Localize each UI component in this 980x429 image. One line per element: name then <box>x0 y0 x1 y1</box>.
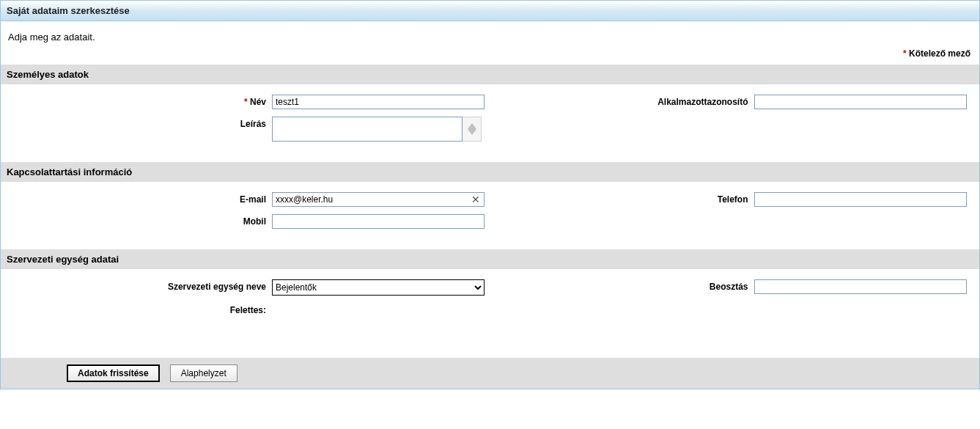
row-description: Leírás <box>8 117 490 142</box>
unit-wrap: Bejelentők <box>272 279 485 296</box>
chevron-down-icon <box>468 129 476 135</box>
row-mobile: Mobil <box>8 214 490 229</box>
manager-label: Felettes: <box>8 303 272 315</box>
textarea-scroll[interactable] <box>463 117 482 142</box>
section-contact-header: Kapcsolattartási információ <box>1 162 979 182</box>
employee-id-input[interactable] <box>754 95 967 109</box>
button-bar: Adatok frissítése Alaphelyzet <box>1 358 979 389</box>
col-right: Beosztás <box>490 279 973 323</box>
row-email: E-mail ✕ <box>8 192 490 207</box>
row-phone: Telefon <box>490 192 973 207</box>
col-left: E-mail ✕ Mobil <box>8 192 490 236</box>
name-input-wrap <box>272 95 485 109</box>
section-org-header: Szervezeti egység adatai <box>1 249 979 269</box>
mobile-input[interactable] <box>272 214 485 229</box>
name-label-text: Név <box>250 97 266 107</box>
phone-label: Telefon <box>490 192 754 205</box>
row-employee-id: Alkalmazottazonosító <box>490 95 973 109</box>
phone-input[interactable] <box>754 192 967 207</box>
col-right: Telefon <box>490 192 973 236</box>
reset-button[interactable]: Alaphelyzet <box>170 364 237 382</box>
panel-title: Saját adataim szerkesztése <box>1 1 979 21</box>
update-button[interactable]: Adatok frissítése <box>67 364 160 382</box>
row-role: Beosztás <box>490 279 973 294</box>
role-wrap <box>754 279 967 294</box>
required-note: * Kötelező mező <box>1 43 979 65</box>
employee-id-label: Alkalmazottazonosító <box>490 95 754 107</box>
description-textarea[interactable] <box>272 117 463 142</box>
col-left: * Név Leírás <box>8 95 490 149</box>
chevron-up-icon <box>468 123 476 129</box>
mobile-wrap <box>272 214 485 229</box>
spacer <box>1 336 979 358</box>
row-manager: Felettes: <box>8 303 490 315</box>
required-note-label: Kötelező mező <box>909 48 970 59</box>
role-label: Beosztás <box>490 279 754 292</box>
description-label: Leírás <box>8 117 272 129</box>
instruction-text: Adja meg az adatait. <box>1 21 979 43</box>
email-input[interactable] <box>272 192 485 207</box>
section-org-body: Szervezeti egység neve Bejelentők Felett… <box>1 269 979 336</box>
asterisk-icon: * <box>244 97 248 107</box>
section-contact-body: E-mail ✕ Mobil Telefon <box>1 182 979 249</box>
role-input[interactable] <box>754 279 967 294</box>
section-personal-header: Személyes adatok <box>1 65 979 84</box>
email-wrap: ✕ <box>272 192 485 207</box>
name-input[interactable] <box>272 95 485 109</box>
row-name: * Név <box>8 95 490 109</box>
col-right: Alkalmazottazonosító <box>490 95 973 149</box>
asterisk-icon: * <box>903 48 907 59</box>
row-unit: Szervezeti egység neve Bejelentők <box>8 279 490 296</box>
col-left: Szervezeti egység neve Bejelentők Felett… <box>8 279 490 323</box>
section-personal-body: * Név Leírás Alkalmaz <box>1 84 979 162</box>
email-label: E-mail <box>8 192 272 205</box>
phone-wrap <box>754 192 967 207</box>
mobile-label: Mobil <box>8 214 272 227</box>
name-label: * Név <box>8 95 272 107</box>
unit-label: Szervezeti egység neve <box>8 279 272 292</box>
description-input-wrap <box>272 117 482 142</box>
edit-profile-panel: Saját adataim szerkesztése Adja meg az a… <box>0 0 980 389</box>
employee-id-wrap <box>754 95 967 109</box>
clear-icon[interactable]: ✕ <box>471 194 480 205</box>
unit-select[interactable]: Bejelentők <box>272 279 485 296</box>
